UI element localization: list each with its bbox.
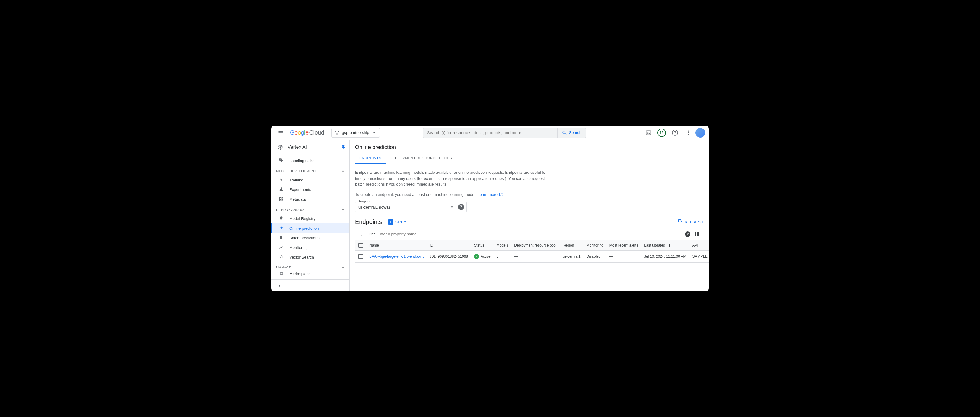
sidebar-item-marketplace[interactable]: Marketplace <box>271 268 349 279</box>
sidebar-item-metadata[interactable]: Metadata <box>271 194 349 204</box>
col-monitoring[interactable]: Monitoring <box>584 240 606 251</box>
region-help-button[interactable]: ? <box>458 204 464 210</box>
chart-icon <box>278 245 284 250</box>
stack-icon <box>278 235 284 240</box>
scatter-icon <box>278 255 284 260</box>
project-picker[interactable]: gcp-partnership <box>331 128 380 138</box>
sidebar-item-label: Online prediction <box>290 226 319 231</box>
endpoints-table: Name ID Status Models Deployment resourc… <box>355 240 709 263</box>
tabs: ENDPOINTS DEPLOYMENT RESOURCE POOLS <box>350 153 709 164</box>
sidebar-item-experiments[interactable]: Experiments <box>271 185 349 194</box>
svg-point-2 <box>336 134 337 135</box>
flask-icon <box>278 187 284 192</box>
pin-icon[interactable] <box>341 145 346 150</box>
google-cloud-logo[interactable]: Google Cloud <box>290 129 324 136</box>
collapse-icon <box>277 283 282 288</box>
endpoint-name-link[interactable]: BAAI--bge-large-en-v1.5-endpoint <box>369 255 424 259</box>
app-window: Google Cloud gcp-partnership Search 15 <box>271 126 709 291</box>
region-picker[interactable]: Region us-central1 (Iowa) ? <box>355 202 467 212</box>
col-most-recent-alerts[interactable]: Most recent alerts <box>606 240 641 251</box>
svg-point-5 <box>687 131 689 131</box>
svg-point-13 <box>281 228 282 229</box>
cell-deployment-resource-pool: — <box>511 251 559 263</box>
col-models[interactable]: Models <box>494 240 511 251</box>
col-deployment-resource-pool[interactable]: Deployment resource pool <box>511 240 559 251</box>
tab-deployment-resource-pools[interactable]: DEPLOYMENT RESOURCE POOLS <box>386 153 456 164</box>
refresh-label: REFRESH <box>685 220 703 224</box>
sidebar-item-vector-search[interactable]: Vector Search <box>271 252 349 262</box>
trial-status-button[interactable]: 15 <box>655 127 668 139</box>
svg-rect-19 <box>695 232 696 236</box>
col-name[interactable]: Name <box>366 240 426 251</box>
endpoints-section-header: Endpoints + CREATE REFRESH <box>355 218 703 225</box>
cloud-shell-button[interactable] <box>643 127 654 139</box>
learn-more-link[interactable]: Learn more <box>477 192 503 197</box>
sidebar-bottom: Marketplace <box>271 267 349 279</box>
svg-rect-21 <box>698 232 699 236</box>
sidebar-section-model-development[interactable]: MODEL DEVELOPMENT <box>271 166 349 175</box>
page-title: Online prediction <box>355 144 703 151</box>
search-icon <box>562 130 567 135</box>
sidebar-item-label: Batch predictions <box>290 236 320 240</box>
cell-monitoring: Disabled <box>584 251 606 263</box>
project-name: gcp-partnership <box>342 131 369 135</box>
product-name: Vertex AI <box>288 145 337 150</box>
filter-icon <box>358 231 364 237</box>
search-input[interactable] <box>423 131 557 135</box>
col-region[interactable]: Region <box>559 240 583 251</box>
account-avatar[interactable] <box>695 128 705 138</box>
sidebar-collapse-button[interactable] <box>271 279 349 291</box>
refresh-button[interactable]: REFRESH <box>678 220 703 225</box>
sidebar-item-model-registry[interactable]: Model Registry <box>271 213 349 223</box>
sidebar-item-label: Vector Search <box>290 255 314 259</box>
sidebar-list: Labeling tasks MODEL DEVELOPMENT Trainin… <box>271 154 349 267</box>
sidebar-item-online-prediction[interactable]: Online prediction <box>271 223 349 233</box>
filter-bar: Filter ? <box>355 228 703 240</box>
tab-endpoints[interactable]: ENDPOINTS <box>355 153 386 164</box>
col-id[interactable]: ID <box>426 240 471 251</box>
hamburger-menu-button[interactable] <box>275 127 287 139</box>
col-last-updated[interactable]: Last updated <box>641 240 689 251</box>
status-label: Active <box>480 255 491 259</box>
filter-input[interactable] <box>377 232 682 236</box>
cell-most-recent-alerts: — <box>606 251 641 263</box>
section-label: MODEL DEVELOPMENT <box>276 169 316 173</box>
column-settings-icon[interactable] <box>695 231 700 237</box>
svg-point-7 <box>687 134 689 135</box>
table-row: BAAI--bge-large-en-v1.5-endpoint 8014909… <box>355 251 709 263</box>
create-endpoint-button[interactable]: + CREATE <box>388 220 411 225</box>
description-para-1: Endpoints are machine learning models ma… <box>355 170 551 187</box>
more-button[interactable] <box>682 127 694 139</box>
cart-icon <box>278 271 284 276</box>
row-checkbox[interactable] <box>358 254 363 259</box>
help-button[interactable] <box>669 127 681 139</box>
sidebar-item-label: Monitoring <box>290 245 308 250</box>
sidebar-section-manage[interactable]: MANAGE <box>271 262 349 267</box>
broadcast-icon <box>278 177 284 183</box>
sidebar-header: Vertex AI <box>271 140 349 154</box>
description-para-2: To create an endpoint, you need at least… <box>355 192 551 197</box>
section-label: DEPLOY AND USE <box>276 208 307 212</box>
sidebar-section-deploy-use[interactable]: DEPLOY AND USE <box>271 204 349 213</box>
app-header: Google Cloud gcp-partnership Search 15 <box>271 126 709 140</box>
sidebar-item-label: Model Registry <box>290 216 316 221</box>
col-last-updated-label: Last updated <box>644 243 665 247</box>
search-button[interactable]: Search <box>557 128 585 138</box>
sample-request-link[interactable]: SAMPLE REQUEST <box>692 255 709 259</box>
sidebar-item-labeling-tasks[interactable]: Labeling tasks <box>271 156 349 166</box>
col-api[interactable]: API <box>689 240 709 251</box>
status-active-icon: ✓ <box>474 254 479 259</box>
svg-rect-12 <box>282 199 283 201</box>
col-status[interactable]: Status <box>471 240 494 251</box>
sidebar-item-batch-predictions[interactable]: Batch predictions <box>271 233 349 243</box>
sidebar-item-label: Training <box>290 178 303 182</box>
filter-help-button[interactable]: ? <box>685 231 690 237</box>
cloud-logo-text: Cloud <box>309 129 325 136</box>
svg-rect-11 <box>280 199 281 201</box>
svg-point-16 <box>280 257 281 258</box>
sidebar-item-monitoring[interactable]: Monitoring <box>271 243 349 252</box>
sidebar-item-training[interactable]: Training <box>271 175 349 185</box>
svg-rect-9 <box>280 197 281 199</box>
select-all-checkbox[interactable] <box>358 243 363 248</box>
more-vert-icon <box>685 130 691 136</box>
